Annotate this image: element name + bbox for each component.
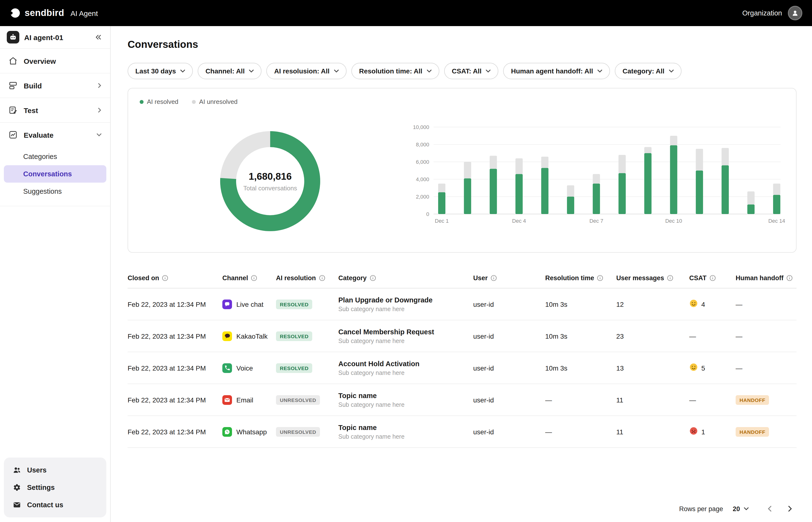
closed-on-cell: Feb 22, 2023 at 12:34 PM	[127, 428, 222, 436]
table-row[interactable]: Feb 22, 2023 at 12:34 PMWhatsappUNRESOLV…	[127, 416, 796, 448]
category-name: Topic name	[338, 423, 473, 431]
bar-unresolved	[593, 174, 600, 184]
bar-chart: 02,0004,0006,0008,00010,000Dec 1Dec 4Dec…	[404, 118, 796, 230]
sidebar-item-label: Test	[24, 106, 91, 114]
handoff-empty: —	[736, 300, 742, 308]
subcategory-name: Sub category name here	[338, 305, 473, 312]
category-cell: Account Hold ActivationSub category name…	[338, 360, 473, 376]
info-icon[interactable]	[597, 275, 603, 281]
main-content: Conversations Last 30 days Channel: All …	[111, 26, 812, 522]
info-icon[interactable]	[786, 275, 793, 281]
bar-resolved	[747, 204, 754, 214]
filter-label: AI resolusion: All	[274, 67, 330, 75]
bar-resolved	[618, 173, 626, 214]
evaluate-icon	[8, 130, 18, 140]
resolution-cell: UNRESOLVED	[276, 427, 338, 437]
sidebar-item-suggestions[interactable]: Suggestions	[4, 183, 106, 200]
filter-resolution-time[interactable]: Resolution time: All	[351, 63, 439, 79]
sidebar-item-settings[interactable]: Settings	[7, 479, 103, 496]
table-row[interactable]: Feb 22, 2023 at 12:34 PMEmailUNRESOLVEDT…	[127, 384, 796, 416]
brand: sendbird AI Agent	[10, 8, 98, 18]
legend-ai-unresolved[interactable]: AI unresolved	[192, 98, 238, 105]
sidebar-item-evaluate[interactable]: Evaluate	[0, 123, 110, 147]
bar-resolved	[644, 153, 652, 214]
csat-empty: —	[689, 332, 696, 340]
table-row[interactable]: Feb 22, 2023 at 12:34 PMVoiceRESOLVEDAcc…	[127, 352, 796, 384]
sidebar-item-users[interactable]: Users	[7, 461, 103, 479]
info-icon[interactable]	[667, 275, 673, 281]
info-icon[interactable]	[370, 275, 376, 281]
handoff-empty: —	[736, 364, 742, 372]
total-conversations-value: 1,680,816	[249, 171, 292, 182]
svg-text:Dec 14: Dec 14	[768, 218, 785, 224]
person-icon	[791, 9, 799, 17]
table-row[interactable]: Feb 22, 2023 at 12:34 PMKakaoTalkRESOLVE…	[127, 320, 796, 352]
resolution-time-cell: 10m 3s	[545, 364, 616, 372]
livechat-icon	[222, 299, 232, 309]
filter-channel[interactable]: Channel: All	[198, 63, 261, 79]
sidebar-item-build[interactable]: Build	[0, 74, 110, 98]
sidebar-item-overview[interactable]: Overview	[0, 49, 110, 74]
resolution-badge: RESOLVED	[276, 299, 313, 309]
user-messages-cell: 11	[616, 428, 689, 436]
info-icon[interactable]	[491, 275, 497, 281]
bar-unresolved	[644, 147, 652, 153]
bar-unresolved	[464, 162, 471, 178]
info-icon[interactable]	[162, 275, 169, 281]
sidebar-item-conversations[interactable]: Conversations	[4, 165, 106, 183]
bar-unresolved	[515, 158, 523, 174]
handoff-empty: —	[736, 332, 742, 340]
bar-unresolved	[747, 191, 754, 204]
resolution-badge: RESOLVED	[276, 331, 313, 341]
user-avatar[interactable]	[788, 6, 802, 20]
total-conversations-label: Total conversations	[243, 184, 297, 192]
legend-label: AI unresolved	[199, 98, 238, 105]
info-icon[interactable]	[319, 275, 325, 281]
filter-human-agent-handoff[interactable]: Human agent handoff: All	[503, 63, 610, 79]
previous-page-button[interactable]	[763, 502, 776, 515]
rows-per-page-select[interactable]: 20	[733, 505, 749, 512]
user-messages-cell: 11	[616, 396, 689, 404]
rows-per-page-value: 20	[733, 505, 740, 512]
filter-label: Category: All	[622, 67, 664, 75]
legend-ai-resolved[interactable]: AI resolved	[140, 98, 178, 105]
organization-label[interactable]: Organization	[742, 9, 782, 17]
chevron-down-icon	[669, 69, 674, 73]
collapse-sidebar-icon[interactable]	[93, 32, 103, 42]
sidebar-item-contact-us[interactable]: Contact us	[7, 496, 103, 513]
user-cell: user-id	[473, 300, 545, 308]
page-title: Conversations	[127, 39, 198, 50]
channel-cell: KakaoTalk	[222, 331, 276, 341]
category-cell: Topic nameSub category name here	[338, 423, 473, 440]
svg-text:2,000: 2,000	[416, 194, 429, 200]
bar-resolved	[490, 169, 497, 214]
sidebar-item-test[interactable]: Test	[0, 98, 110, 123]
category-name: Topic name	[338, 392, 473, 399]
csat-value: 5	[689, 363, 736, 373]
resolution-time-cell: —	[545, 428, 616, 436]
column-human-handoff: Human handoff	[736, 274, 796, 281]
column-ai-resolution: AI resolution	[276, 274, 338, 281]
sidebar-child-label: Conversations	[23, 170, 72, 178]
bar-unresolved	[696, 149, 703, 170]
handoff-cell: —	[736, 364, 796, 372]
info-icon[interactable]	[710, 275, 716, 281]
filter-ai-resolution[interactable]: AI resolusion: All	[266, 63, 346, 79]
category-cell: Cancel Membership RequestSub category na…	[338, 328, 473, 344]
info-icon[interactable]	[251, 275, 257, 281]
next-page-button[interactable]	[784, 502, 796, 515]
filter-date-range[interactable]: Last 30 days	[127, 63, 193, 79]
robot-icon	[7, 31, 19, 43]
filter-csat[interactable]: CSAT: All	[444, 63, 499, 79]
legend-dot	[192, 100, 196, 104]
bar-unresolved	[773, 184, 780, 195]
sidebar-item-categories[interactable]: Categories	[4, 148, 106, 165]
resolution-badge: RESOLVED	[276, 363, 313, 373]
sidebar-child-label: Categories	[23, 153, 57, 160]
filter-category[interactable]: Category: All	[615, 63, 681, 79]
filter-label: CSAT: All	[452, 67, 482, 75]
table-row[interactable]: Feb 22, 2023 at 12:34 PMLive chatRESOLVE…	[127, 288, 796, 320]
sidebar-item-label: Overview	[24, 57, 102, 65]
resolution-cell: UNRESOLVED	[276, 395, 338, 405]
email-icon	[222, 395, 232, 405]
